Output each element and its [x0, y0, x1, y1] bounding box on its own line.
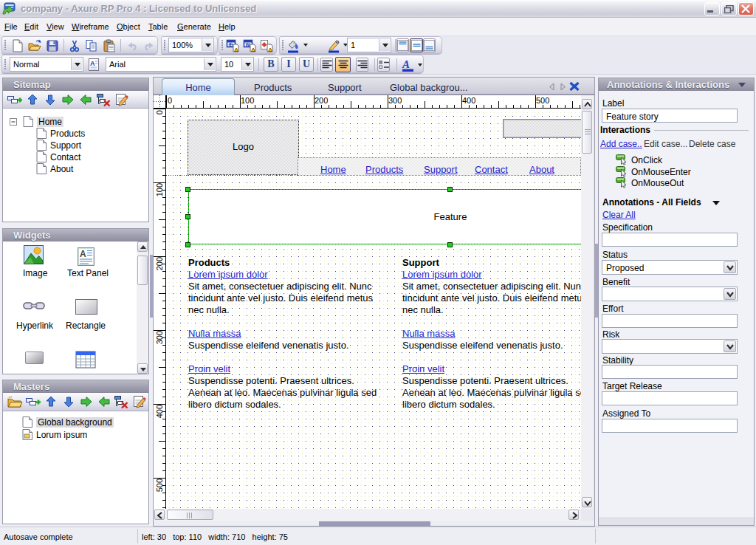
- svg-text:A: A: [80, 249, 86, 259]
- svg-text:A: A: [402, 58, 410, 70]
- svg-text:A: A: [90, 60, 95, 67]
- svg-text:W: W: [246, 42, 251, 47]
